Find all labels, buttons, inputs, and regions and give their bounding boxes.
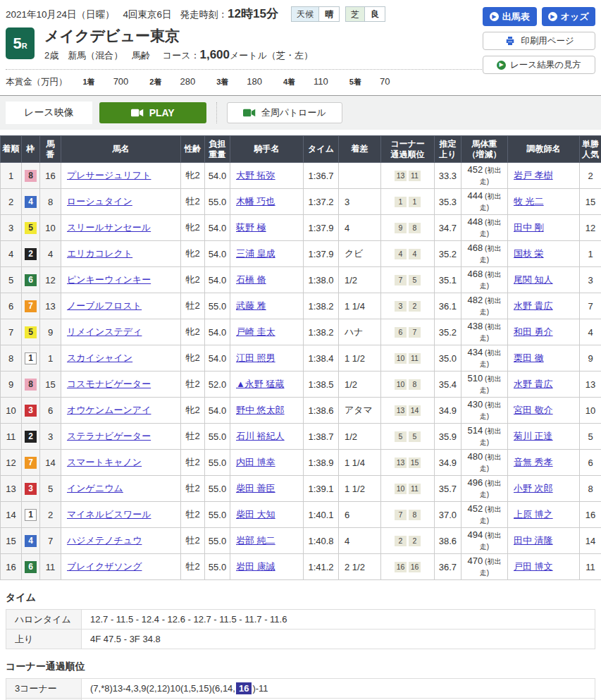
jockey-link[interactable]: 石川 裕紀人 (236, 431, 285, 441)
horse-number: 4 (40, 241, 61, 267)
trainer-link[interactable]: 田中 清隆 (514, 535, 553, 546)
horse-name-link[interactable]: オウケンムーンアイ (67, 405, 151, 415)
trainer-link[interactable]: 田中 剛 (514, 222, 544, 233)
estimated-last-3f: 33.3 (435, 163, 461, 189)
horse-weight: 482 (初出走) (461, 293, 508, 319)
jockey-link[interactable]: 三浦 皇成 (236, 248, 275, 259)
finish-time: 1:38.9 (304, 450, 339, 476)
jockey-link[interactable]: 大野 拓弥 (236, 170, 275, 180)
result-row: 9815コスモナビゲーター牡252.0▲永野 猛蔵1:38.51/210835.… (1, 372, 601, 398)
winner-highlight: 16 (236, 682, 252, 694)
jockey-link[interactable]: 柴田 大知 (236, 509, 275, 520)
entries-button[interactable]: ▶ 出馬表 (483, 7, 537, 26)
jockey-link[interactable]: 内田 博幸 (236, 457, 275, 467)
horse-number: 6 (40, 398, 61, 424)
jockey-link[interactable]: 荻野 極 (236, 222, 266, 233)
jockey-cell: 柴田 大知 (230, 502, 304, 528)
trainer-link[interactable]: 岩戸 孝樹 (514, 170, 553, 180)
horse-name-link[interactable]: コスモナビゲーター (67, 379, 151, 389)
horse-name-link[interactable]: スマートキャノン (67, 457, 142, 467)
horse-name-link[interactable]: マイネルビスワール (67, 509, 151, 520)
trainer-link[interactable]: 戸田 博文 (514, 561, 553, 572)
play-video-button[interactable]: PLAY (99, 102, 206, 123)
horse-number: 8 (40, 189, 61, 215)
jockey-link[interactable]: 野中 悠太郎 (236, 405, 285, 415)
waku-cell: 6 (22, 554, 40, 580)
waku-cell: 4 (22, 189, 40, 215)
trainer-link[interactable]: 宮田 敬介 (514, 405, 553, 415)
trainer-link[interactable]: 和田 勇介 (514, 326, 553, 337)
horse-name-link[interactable]: ステラナビゲーター (67, 431, 151, 441)
finish-position: 10 (1, 398, 22, 424)
horse-name-link[interactable]: ブレイクザソング (67, 561, 142, 572)
trainer-link[interactable]: 上原 博之 (514, 509, 553, 520)
horse-name-link[interactable]: ハジメテノチュウ (67, 535, 142, 546)
results-column-header: タイム (304, 136, 339, 163)
results-header-row: 着順枠馬 番馬名性齢負担 重量騎手名タイム着差コーナー 通過順位推定 上り馬体重… (1, 136, 601, 163)
horse-name-link[interactable]: スリールサンセール (67, 222, 151, 233)
margin: 2 1/2 (339, 554, 381, 580)
margin: 4 (339, 528, 381, 554)
horse-weight: 434 (初出走) (461, 345, 508, 372)
horse-name-link[interactable]: リメインステディ (67, 326, 142, 337)
trainer-cell: 水野 貴広 (508, 372, 580, 398)
horse-name-cell: コスモナビゲーター (61, 372, 181, 398)
prize-place: 4着 (283, 77, 295, 87)
jockey-cell: 木幡 巧也 (230, 189, 304, 215)
jockey-link[interactable]: 戸崎 圭太 (236, 326, 275, 337)
trainer-link[interactable]: 国枝 栄 (514, 248, 544, 259)
corner-positions: 1011 (381, 345, 435, 372)
result-row: 1816プレサージュリフト牝254.0大野 拓弥1:36.7131133.345… (1, 163, 601, 189)
horse-number: 3 (40, 424, 61, 450)
jockey-link[interactable]: 石橋 脩 (236, 274, 266, 285)
odds-button[interactable]: ▶ オッズ (542, 7, 596, 26)
estimated-last-3f: 35.9 (435, 424, 461, 450)
jockey-link[interactable]: 柴田 善臣 (236, 483, 275, 493)
corner-position-box: 8 (409, 510, 421, 521)
jockey-link[interactable]: ▲永野 猛蔵 (236, 379, 284, 389)
trainer-link[interactable]: 尾関 知人 (514, 274, 553, 285)
horse-name-link[interactable]: エリカコレクト (67, 248, 132, 259)
horse-name-link[interactable]: スカイシャイン (67, 352, 132, 363)
trainer-link[interactable]: 小野 次郎 (514, 483, 553, 493)
jockey-link[interactable]: 岩部 純二 (236, 535, 275, 546)
corner-positions: 1011 (381, 476, 435, 502)
horse-name-link[interactable]: プレサージュリフト (67, 170, 151, 180)
trainer-cell: 岩戸 孝樹 (508, 163, 580, 189)
horse-name-link[interactable]: インゲニウム (67, 483, 123, 493)
horse-name-link[interactable]: ローシュタイン (67, 196, 132, 207)
print-page-button[interactable]: 印刷用ページ (483, 32, 595, 50)
carried-weight: 54.0 (205, 267, 230, 293)
corner-position-box: 1 (395, 197, 407, 208)
waku-cell: 2 (22, 424, 40, 450)
trainer-link[interactable]: 牧 光二 (514, 196, 544, 207)
waku-badge: 2 (25, 431, 37, 443)
patrol-video-button[interactable]: 全周パトロール (227, 102, 342, 123)
race-title-block: メイクデビュー東京 2歳 新馬（混合） 馬齢 コース：1,600メートル（芝・左… (44, 27, 313, 62)
result-row: 811スカイシャイン牝254.0江田 照男1:38.41 1/2101135.0… (1, 345, 601, 372)
results-guide-button[interactable]: ▶ レース結果の見方 (483, 56, 595, 74)
corner-position-box: 5 (409, 275, 421, 286)
trainer-link[interactable]: 栗田 徹 (514, 352, 544, 363)
sex-age: 牝2 (181, 163, 205, 189)
finish-time: 1:38.7 (304, 424, 339, 450)
horse-name-link[interactable]: ピンキーウィンキー (67, 274, 151, 285)
corner-positions: 98 (381, 215, 435, 241)
trainer-link[interactable]: 音無 秀孝 (514, 457, 553, 467)
trainer-link[interactable]: 菊川 正達 (514, 431, 553, 441)
jockey-link[interactable]: 武藤 雅 (236, 300, 266, 311)
weight-debut-note: (初出走) (480, 297, 502, 316)
horse-name-link[interactable]: ノーブルフロスト (67, 300, 142, 311)
jockey-cell: 岩田 康誠 (230, 554, 304, 580)
prize-item: 5着70 (349, 76, 390, 87)
weight-debut-note: (初出走) (480, 219, 502, 238)
trainer-link[interactable]: 水野 貴広 (514, 379, 553, 389)
meeting-info: 4回東京6日 (123, 8, 172, 21)
win-popularity: 12 (580, 215, 601, 241)
trainer-link[interactable]: 水野 貴広 (514, 300, 553, 311)
horse-name-cell: プレサージュリフト (61, 163, 181, 189)
corner-position-box: 5 (409, 431, 421, 443)
jockey-link[interactable]: 岩田 康誠 (236, 561, 275, 572)
jockey-link[interactable]: 江田 照男 (236, 352, 275, 363)
jockey-link[interactable]: 木幡 巧也 (236, 196, 275, 207)
